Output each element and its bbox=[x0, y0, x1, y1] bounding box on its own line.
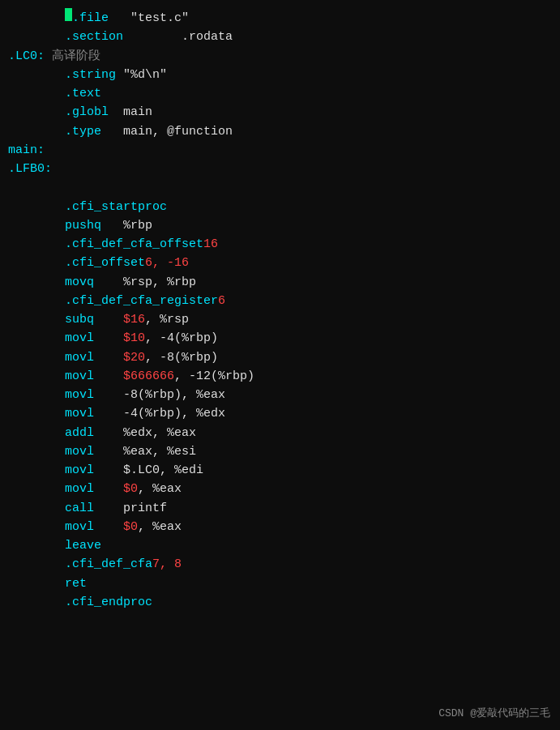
line-cfi-startproc: .cfi_startproc bbox=[0, 198, 560, 216]
line-cfi-def-cfa: .cfi_def_cfa 7, 8 bbox=[0, 555, 560, 574]
cursor-block bbox=[65, 8, 72, 21]
line-file: .file "test.c" bbox=[0, 8, 560, 28]
line-cfi-offset: .cfi_offset 6, -16 bbox=[0, 254, 560, 272]
line-movl-666666: movl $666666, -12(%rbp) bbox=[0, 367, 560, 386]
line-text: .text bbox=[0, 84, 560, 103]
line-main-label: main: bbox=[0, 141, 560, 160]
line-movl-eax-esi: movl %eax, %esi bbox=[0, 442, 560, 461]
line-section: .section .rodata bbox=[0, 28, 560, 46]
line-movl-20: movl $20, -8(%rbp) bbox=[0, 348, 560, 367]
line-subq: subq $16, %rsp bbox=[0, 310, 560, 329]
line-blank bbox=[0, 178, 560, 197]
line-ret: ret bbox=[0, 574, 560, 593]
line-movl-rbp8-eax: movl -8(%rbp), %eax bbox=[0, 386, 560, 404]
line-movl-10: movl $10, -4(%rbp) bbox=[0, 329, 560, 348]
watermark: CSDN @爱敲代码的三毛 bbox=[438, 706, 550, 720]
line-leave: leave bbox=[0, 536, 560, 555]
line-movl-0-eax2: movl $0, %eax bbox=[0, 518, 560, 536]
line-pushq: pushq %rbp bbox=[0, 216, 560, 235]
line-movq: movq %rsp, %rbp bbox=[0, 273, 560, 292]
line-addl: addl %edx, %eax bbox=[0, 424, 560, 442]
line-globl: .globl main bbox=[0, 103, 560, 122]
line-movl-rbp4-edx: movl -4(%rbp), %edx bbox=[0, 404, 560, 423]
code-container: .file "test.c" .section .rodata .LC0: 高译… bbox=[0, 0, 560, 730]
line-lfb0-label: .LFB0: bbox=[0, 160, 560, 178]
line-cfi-endproc: .cfi_endproc bbox=[0, 593, 560, 612]
line-cfi-def-cfa-offset: .cfi_def_cfa_offset 16 bbox=[0, 235, 560, 254]
line-movl-lc0: movl $.LC0, %edi bbox=[0, 461, 560, 480]
line-string: .string "%d\n" bbox=[0, 66, 560, 84]
line-lc0-label: .LC0: 高译阶段 bbox=[0, 47, 560, 66]
line-cfi-def-cfa-register: .cfi_def_cfa_register 6 bbox=[0, 292, 560, 310]
line-call-printf: call printf bbox=[0, 499, 560, 518]
line-type: .type main, @function bbox=[0, 122, 560, 141]
line-movl-0-eax: movl $0, %eax bbox=[0, 480, 560, 498]
